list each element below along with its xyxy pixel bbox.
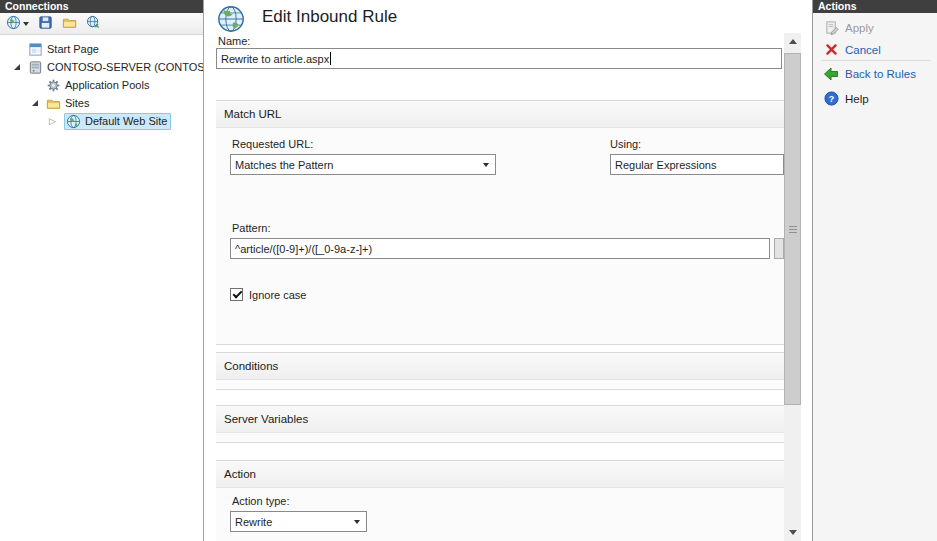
requested-url-label: Requested URL:	[232, 138, 313, 150]
connections-title: Connections	[5, 0, 69, 12]
tree-expander-icon[interactable]	[30, 100, 46, 106]
tree-expander-icon[interactable]	[12, 64, 28, 70]
chevron-down-icon	[349, 513, 365, 530]
using-value: Regular Expressions	[615, 159, 717, 171]
folder-icon	[62, 15, 77, 32]
connections-panel-header: Connections	[0, 0, 203, 13]
tree-item-label: Sites	[65, 97, 89, 109]
actions-title: Actions	[818, 0, 857, 12]
test-pattern-button[interactable]	[774, 238, 784, 259]
cancel-action[interactable]: Cancel	[823, 41, 934, 58]
pattern-value: ^article/([0-9]+)/([_0-9a-z-]+)	[235, 243, 372, 255]
name-label: Name:	[218, 35, 250, 47]
chevron-down-icon	[23, 22, 29, 26]
connections-toolbar	[0, 13, 203, 35]
tree-item-sites[interactable]: Sites	[0, 94, 203, 112]
vertical-scrollbar[interactable]	[784, 33, 801, 541]
start-page-icon	[28, 42, 44, 57]
rule-name-input[interactable]: Rewrite to article.aspx	[216, 48, 782, 69]
collapsed-expander-glyph: ▷	[49, 117, 56, 126]
pattern-label: Pattern:	[232, 222, 271, 234]
website-globe-icon	[66, 114, 82, 129]
back-to-rules-label: Back to Rules	[845, 68, 916, 80]
apply-label: Apply	[845, 22, 874, 34]
apply-action: Apply	[823, 19, 934, 36]
tree-item-default-web-site[interactable]: ▷ Default Web Site	[0, 112, 203, 130]
pattern-input[interactable]: ^article/([0-9]+)/([_0-9a-z-]+)	[230, 238, 770, 259]
action-type-value: Rewrite	[235, 516, 272, 528]
connect-to-site-button[interactable]	[85, 15, 102, 33]
scroll-down-arrow-icon	[789, 530, 797, 535]
tree-item-server[interactable]: CONTOSO-SERVER (CONTOS	[0, 58, 203, 76]
scroll-down-button[interactable]	[784, 524, 801, 541]
scroll-up-button[interactable]	[784, 33, 801, 50]
connection-globe-icon	[6, 15, 21, 32]
tree-item-application-pools[interactable]: Application Pools	[0, 76, 203, 94]
section-title: Match URL	[224, 108, 282, 120]
section-title: Server Variables	[224, 413, 308, 425]
apply-icon	[823, 20, 839, 35]
globe-plug-icon	[86, 15, 101, 32]
using-dropdown[interactable]: Regular Expressions	[610, 154, 784, 175]
connections-tree: Start Page CONTOSO-SERVER (CONTOS Applic…	[0, 40, 203, 541]
save-icon	[38, 15, 53, 32]
ignore-case-checkbox[interactable]	[230, 288, 243, 301]
section-title: Conditions	[224, 360, 278, 372]
section-title: Action	[224, 468, 256, 480]
action-type-label: Action type:	[232, 495, 289, 507]
scroll-up-arrow-icon	[789, 39, 797, 44]
scrollbar-grip-icon	[789, 226, 797, 233]
match-url-section-header[interactable]: Match URL	[216, 101, 784, 128]
iis-manager-window: Connections	[0, 0, 937, 541]
page-title: Edit Inbound Rule	[262, 7, 397, 27]
inbound-rule-globe-icon	[216, 4, 246, 36]
using-label: Using:	[610, 138, 641, 150]
back-to-rules-action[interactable]: Back to Rules	[823, 65, 934, 82]
application-pools-icon	[46, 78, 62, 93]
edit-inbound-rule-page: Edit Inbound Rule Name: Rewrite to artic…	[204, 0, 801, 541]
help-action[interactable]: ? Help	[823, 90, 934, 107]
svg-text:?: ?	[828, 94, 833, 104]
actions-panel-header: Actions	[813, 0, 937, 13]
action-section-header[interactable]: Action	[216, 461, 784, 488]
ignore-case-label: Ignore case	[249, 289, 306, 301]
help-label: Help	[845, 93, 869, 105]
match-url-section: Match URL Requested URL: Matches the Pat…	[216, 100, 784, 345]
cancel-label: Cancel	[845, 44, 881, 56]
tree-item-label: CONTOSO-SERVER (CONTOS	[47, 61, 203, 73]
connections-panel: Connections	[0, 0, 204, 541]
requested-url-dropdown[interactable]: Matches the Pattern	[230, 154, 496, 175]
scrollbar-thumb[interactable]	[784, 53, 801, 405]
tree-item-label: Application Pools	[65, 79, 149, 91]
conditions-section: Conditions	[216, 352, 784, 390]
actions-panel: Actions Apply Cancel Back to Rules ?	[812, 0, 937, 541]
chevron-down-icon	[478, 156, 494, 173]
server-icon	[28, 60, 44, 75]
back-arrow-icon	[823, 66, 839, 82]
save-connection-button[interactable]	[37, 15, 54, 33]
server-variables-section: Server Variables	[216, 405, 784, 443]
tree-item-label: Default Web Site	[85, 115, 167, 127]
tree-expander-icon[interactable]: ▷	[48, 117, 64, 126]
ignore-case-row: Ignore case	[230, 288, 306, 301]
requested-url-value: Matches the Pattern	[235, 159, 333, 171]
tree-item-label: Start Page	[47, 43, 99, 55]
action-type-dropdown[interactable]: Rewrite	[230, 511, 367, 532]
sites-folder-icon	[46, 96, 62, 111]
conditions-section-header[interactable]: Conditions	[216, 353, 784, 380]
actions-separator	[821, 60, 931, 61]
connection-folder-button[interactable]	[61, 15, 78, 33]
rule-name-value: Rewrite to article.aspx	[221, 53, 329, 65]
selected-tree-item[interactable]: Default Web Site	[64, 113, 171, 130]
cancel-icon	[823, 43, 839, 56]
server-variables-section-header[interactable]: Server Variables	[216, 406, 784, 433]
text-caret	[330, 52, 331, 65]
help-icon: ?	[823, 91, 839, 106]
tree-item-start-page[interactable]: Start Page	[0, 40, 203, 58]
create-connection-button[interactable]	[5, 15, 30, 33]
action-section: Action Action type: Rewrite	[216, 460, 784, 541]
